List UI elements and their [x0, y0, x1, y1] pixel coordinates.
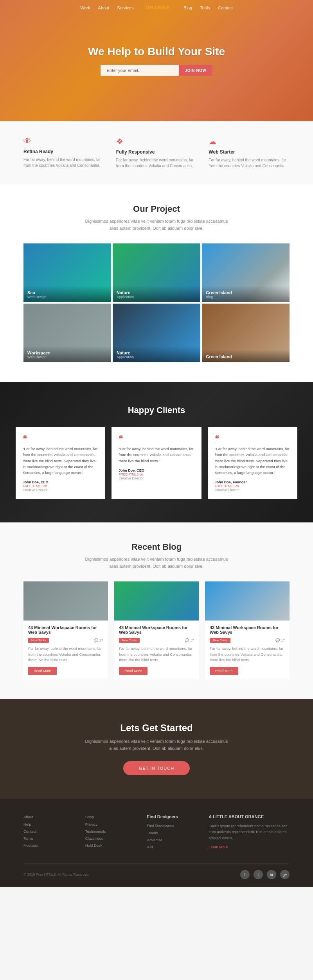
project-card-green-island1[interactable]: Green Island Blog [202, 243, 290, 302]
social-googleplus[interactable]: g+ [280, 870, 290, 879]
testimonial-author-2: John Doe, CEO [119, 469, 194, 472]
footer-link-terms[interactable]: Terms [23, 836, 77, 841]
footer: About Help Contact Terms Meetups Shop Pr… [0, 799, 313, 887]
get-started-button[interactable]: GET IN TOUCH [123, 761, 190, 775]
clients-section: Happy Clients ❝ "Far far away, behind th… [0, 382, 313, 522]
blog-img-1 [23, 581, 108, 621]
nav-about[interactable]: About [98, 5, 110, 10]
testimonial-author-1: John Doe, CEO [23, 480, 98, 484]
project-overlay-workspace: Workspace Web Design [23, 346, 111, 362]
blog-tag-row-3: New Tools 💬 17 [210, 638, 285, 643]
testimonial-role-2: Creative Director [119, 476, 194, 480]
project-overlay-sea: Sea Web Design [23, 286, 111, 302]
testimonial-author-3: John Doe, Founder [215, 480, 290, 484]
read-more-3[interactable]: Read More [210, 667, 238, 675]
testimonial-role-1: Creative Director [23, 488, 98, 492]
testimonial-2: ❝ "Far far away, behind the word mountai… [112, 427, 201, 499]
testimonial-role-3: Creative Director [215, 488, 290, 492]
footer-link-classifieds[interactable]: Classifieds [85, 836, 139, 841]
footer-link-teams[interactable]: Teams [147, 830, 201, 836]
hero-join-button[interactable]: JOIN NOW [179, 65, 213, 76]
read-more-2[interactable]: Read More [119, 667, 148, 675]
testimonial-brand-3: FREEHTML5.co [215, 484, 290, 488]
responsive-icon: ❖ [116, 137, 197, 146]
blog-grid: 43 Minimal Workspace Rooms for Web Savys… [23, 581, 290, 680]
social-facebook[interactable]: f [240, 870, 250, 879]
read-more-1[interactable]: Read More [28, 667, 57, 675]
footer-link-meetups[interactable]: Meetups [23, 843, 77, 848]
blog-title: Recent Blog [23, 542, 290, 552]
blog-img-2 [114, 581, 199, 621]
blog-text-3: Far far away, behind the word mountains,… [210, 646, 285, 663]
footer-link-helpdesk[interactable]: Hold Desk [85, 843, 139, 848]
blog-comment-2: 💬 17 [185, 638, 194, 642]
project-label-green2: Green Island [206, 354, 286, 359]
main-nav: Work About Services ORANGE. Blog Tools C… [0, 0, 313, 15]
hero-title: We Help to Build Your Site [88, 45, 225, 58]
blog-section: Recent Blog Dignissimos asperiores vitae… [0, 522, 313, 699]
footer-about: A LITTLE ABOUT ORANGE Facilis ipsum repr… [209, 814, 290, 851]
blog-title-3: 43 Minimal Workspace Rooms for Web Savys [210, 625, 285, 635]
blog-body-3: 43 Minimal Workspace Rooms for Web Savys… [205, 621, 290, 680]
footer-link-privacy[interactable]: Privacy [85, 822, 139, 827]
nav-work[interactable]: Work [80, 5, 90, 10]
blog-text-1: Far far away, behind the word mountains,… [28, 646, 103, 663]
retina-text: Far far away, behind the word mountains,… [23, 157, 104, 168]
footer-link-api[interactable]: API [147, 844, 201, 850]
projects-section: Our Project Dignissimos asperiores vitae… [0, 184, 313, 382]
projects-title: Our Project [23, 204, 290, 214]
footer-about-title: A LITTLE ABOUT ORANGE [209, 814, 290, 819]
brand-logo: ORANGE. [146, 5, 172, 11]
footer-link-advertise[interactable]: Advertise [147, 837, 201, 843]
hero-form: JOIN NOW [88, 65, 225, 76]
project-label-nature2: Nature [117, 351, 196, 355]
features-section: 👁 Retina Ready Far far away, behind the … [0, 121, 313, 184]
nav-contact[interactable]: Contact [218, 5, 233, 10]
footer-col-1: About Help Contact Terms Meetups [23, 814, 77, 851]
blog-body-2: 43 Minimal Workspace Rooms for Web Savys… [114, 621, 199, 680]
get-started-title: Lets Get Started [16, 722, 297, 733]
blog-title-1: 43 Minimal Workspace Rooms for Web Savys [28, 625, 103, 635]
nav-services[interactable]: Services [117, 5, 133, 10]
footer-about-text: Facilis ipsum reprehenderit nemo molesti… [209, 823, 290, 841]
blog-tag-row-2: New Tools 💬 17 [119, 638, 194, 643]
footer-link-testimonials[interactable]: Testimonials [85, 829, 139, 834]
blog-img-3 [205, 581, 290, 621]
project-sub-workspace: Web Design [27, 355, 107, 359]
blog-card-2: 43 Minimal Workspace Rooms for Web Savys… [114, 581, 199, 680]
footer-col-2: Shop Privacy Testimonials Classifieds Ho… [85, 814, 139, 851]
social-linkedin[interactable]: in [267, 870, 276, 879]
footer-learn-more[interactable]: Learn More [209, 845, 228, 849]
quote-icon-2: ❝ [119, 434, 194, 444]
hero-email-input[interactable] [101, 65, 179, 76]
nav-blog[interactable]: Blog [183, 5, 192, 10]
project-card-nature2[interactable]: Nature Application [113, 304, 200, 362]
blog-tag-3: New Tools [210, 638, 230, 643]
blog-comment-3: 💬 17 [275, 638, 285, 642]
project-card-workspace[interactable]: Workspace Web Design [23, 304, 111, 362]
retina-title: Retina Ready [23, 149, 104, 154]
testimonials-list: ❝ "Far far away, behind the word mountai… [16, 427, 297, 499]
footer-copyright: © 2019 Free HTML5. All Rights Reserved. [23, 873, 89, 876]
footer-link-about[interactable]: About [23, 814, 77, 820]
social-twitter[interactable]: t [254, 870, 263, 879]
hero-section: We Help to Build Your Site JOIN NOW [0, 0, 313, 121]
responsive-title: Fully Responsive [116, 149, 197, 155]
nav-tools[interactable]: Tools [200, 5, 210, 10]
starter-text: Far far away, behind the word mountains,… [209, 157, 290, 169]
project-card-sea[interactable]: Sea Web Design [23, 243, 111, 302]
footer-link-contact[interactable]: Contact [23, 829, 77, 834]
footer-link-shop[interactable]: Shop [85, 814, 139, 820]
project-label-nature1: Nature [117, 290, 196, 295]
social-icons: f t in g+ [240, 870, 290, 879]
project-overlay-green2: Green Island [202, 350, 290, 362]
quote-icon-3: ❝ [215, 434, 290, 444]
footer-link-find-devs[interactable]: Find Developers [147, 823, 201, 828]
footer-link-help[interactable]: Help [23, 822, 77, 827]
project-card-green-island2[interactable]: Green Island [202, 304, 290, 362]
project-grid: Sea Web Design Nature Application Green … [23, 243, 290, 362]
blog-desc: Dignissimos asperiores vitae velit venia… [82, 556, 231, 570]
blog-title-2: 43 Minimal Workspace Rooms for Web Savys [119, 625, 194, 635]
project-card-nature1[interactable]: Nature Application [113, 243, 200, 302]
testimonial-text-2: "Far far away, behind the word mountains… [119, 446, 194, 464]
